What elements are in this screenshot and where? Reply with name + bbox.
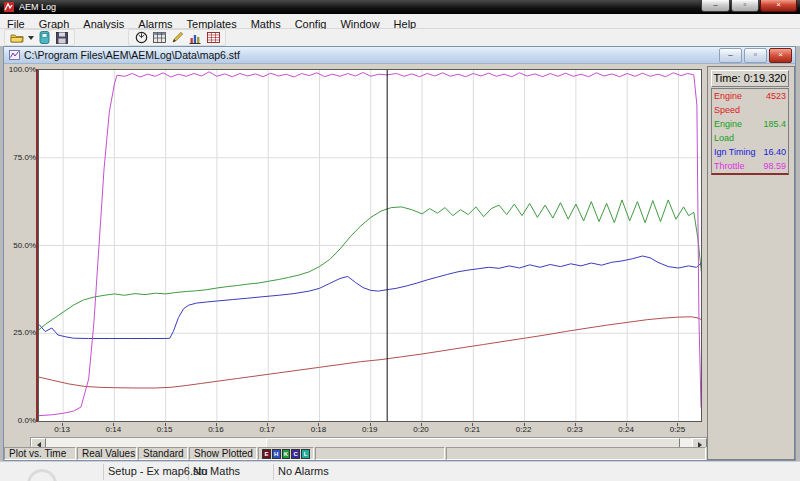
log-file-icon xyxy=(9,50,20,60)
app-title: AEM Log xyxy=(19,1,56,13)
toolbar-grip: ⋯ xyxy=(45,26,52,33)
series-engine-load xyxy=(39,200,701,391)
x-tick-label: 0:17 xyxy=(252,425,282,434)
calculator-table-button[interactable] xyxy=(150,31,168,45)
dashboard-button[interactable] xyxy=(132,31,150,45)
x-tick-label: 0:19 xyxy=(355,425,385,434)
show-plotted-panel[interactable]: Show Plotted xyxy=(189,447,257,460)
x-tick-label: 0:18 xyxy=(303,425,333,434)
save-button[interactable] xyxy=(53,31,71,45)
channel-swatch[interactable]: H xyxy=(272,449,281,459)
data-table-button[interactable] xyxy=(204,31,222,45)
toolbar-file-group: ⋯ xyxy=(4,29,75,46)
document-title: C:\Program Files\AEM\AEMLog\Data\map6.st… xyxy=(24,49,240,61)
log-plot-area[interactable] xyxy=(38,69,702,422)
save-disk-icon xyxy=(56,32,68,44)
x-tick-label: 0:14 xyxy=(98,425,128,434)
channel-value: 98.59 xyxy=(763,159,786,173)
table-icon xyxy=(153,32,166,43)
channel-row: Ign Timing16.40 xyxy=(712,145,788,159)
channel-swatch[interactable]: L xyxy=(301,449,310,459)
x-tick-label: 0:15 xyxy=(150,425,180,434)
doc-close-button[interactable]: × xyxy=(769,48,792,63)
title-bar: AEM Log – ▫ × xyxy=(0,0,800,14)
app-logo-icon xyxy=(4,2,14,12)
channel-label: Ign Timing xyxy=(714,145,756,159)
pencil-icon xyxy=(171,31,184,44)
gauge-icon xyxy=(135,31,148,44)
document-status-bar: Plot vs. Time Real Values Standard Show … xyxy=(4,447,707,460)
standard-mode-panel[interactable]: Standard xyxy=(138,447,188,460)
menu-bar: FileGraphAnalysisAlarmsTemplatesMathsCon… xyxy=(0,14,800,29)
maths-status: No Maths xyxy=(193,465,240,477)
alarms-status: No Alarms xyxy=(278,465,329,477)
channel-values-box: Engine Speed4523Engine Load185.4Ign Timi… xyxy=(711,88,789,175)
doc-restore-button[interactable]: ▫ xyxy=(744,48,767,63)
channel-swatch[interactable]: C xyxy=(291,449,300,459)
empty-status-panel xyxy=(315,447,445,460)
cursor-time-box: Time: 0:19.320 xyxy=(711,70,789,87)
channel-row: Engine Speed4523 xyxy=(712,89,788,117)
status-divider xyxy=(103,464,104,480)
pencil-note-button[interactable] xyxy=(168,31,186,45)
x-tick-label: 0:25 xyxy=(662,425,692,434)
channel-row: Engine Load185.4 xyxy=(712,117,788,145)
maximize-button[interactable]: ▫ xyxy=(731,0,759,12)
chevron-down-icon xyxy=(28,36,34,40)
channel-swatch-panel: EHKCL xyxy=(258,447,314,460)
y-tick-label: 0.0% xyxy=(4,416,37,425)
window-controls: – ▫ × xyxy=(700,0,797,12)
channel-swatch[interactable]: E xyxy=(262,449,271,459)
open-file-dropdown[interactable] xyxy=(26,31,35,45)
values-mode-panel[interactable]: Real Values xyxy=(77,447,137,460)
document-content: 100.0%75.0%50.0%25.0%0.0% 0:130:140:150:… xyxy=(4,64,795,460)
empty-status-panel xyxy=(446,447,706,460)
cursor-values-panel: Time: 0:19.320 Engine Speed4523Engine Lo… xyxy=(707,66,795,460)
bar-chart-icon xyxy=(189,32,201,44)
channel-value: 185.4 xyxy=(763,117,786,145)
x-tick-label: 0:20 xyxy=(406,425,436,434)
close-button[interactable]: × xyxy=(760,0,797,12)
doc-minimize-button[interactable]: – xyxy=(719,48,742,63)
plot-canvas xyxy=(39,70,701,421)
channel-label: Engine Speed xyxy=(714,89,766,117)
application-window: AEM Log – ▫ × FileGraphAnalysisAlarmsTem… xyxy=(0,0,800,481)
y-tick-label: 25.0% xyxy=(4,328,37,337)
plot-mode-panel[interactable]: Plot vs. Time xyxy=(4,447,76,460)
series-throttle xyxy=(39,72,701,416)
channel-swatch[interactable]: K xyxy=(282,449,291,459)
x-tick-label: 0:24 xyxy=(611,425,641,434)
open-folder-icon xyxy=(10,32,25,44)
series-ign-timing xyxy=(39,222,701,339)
channel-value: 4523 xyxy=(766,89,786,117)
x-tick-label: 0:22 xyxy=(509,425,539,434)
x-tick-label: 0:13 xyxy=(47,425,77,434)
y-tick-label: 75.0% xyxy=(4,153,37,162)
grid-table-icon xyxy=(207,32,220,43)
app-status-bar: Setup - Ex map6.stu No Maths No Alarms xyxy=(0,461,800,481)
status-divider xyxy=(273,464,274,480)
channel-row: Throttle98.59 xyxy=(712,159,788,173)
channel-label: Engine Load xyxy=(714,117,763,145)
document-window: C:\Program Files\AEM\AEMLog\Data\map6.st… xyxy=(3,46,796,461)
x-axis: 0:130:140:150:160:170:180:190:200:210:22… xyxy=(38,423,702,436)
aem-watermark-logo xyxy=(27,469,57,481)
bar-chart-button[interactable] xyxy=(186,31,204,45)
y-tick-label: 100.0% xyxy=(4,65,37,74)
x-tick-label: 0:21 xyxy=(457,425,487,434)
x-tick-label: 0:16 xyxy=(201,425,231,434)
channel-label: Throttle xyxy=(714,159,745,173)
document-window-controls: – ▫ × xyxy=(717,48,792,63)
y-tick-label: 50.0% xyxy=(4,241,37,250)
x-tick-label: 0:23 xyxy=(560,425,590,434)
series-engine-speed xyxy=(39,317,701,388)
open-file-button[interactable] xyxy=(8,31,26,45)
toolbar: ⋯ xyxy=(0,29,800,46)
toolbar-view-group xyxy=(128,29,226,46)
document-title-bar[interactable]: C:\Program Files\AEM\AEMLog\Data\map6.st… xyxy=(4,47,795,64)
channel-value: 16.40 xyxy=(763,145,786,159)
minimize-button[interactable]: – xyxy=(701,0,730,12)
